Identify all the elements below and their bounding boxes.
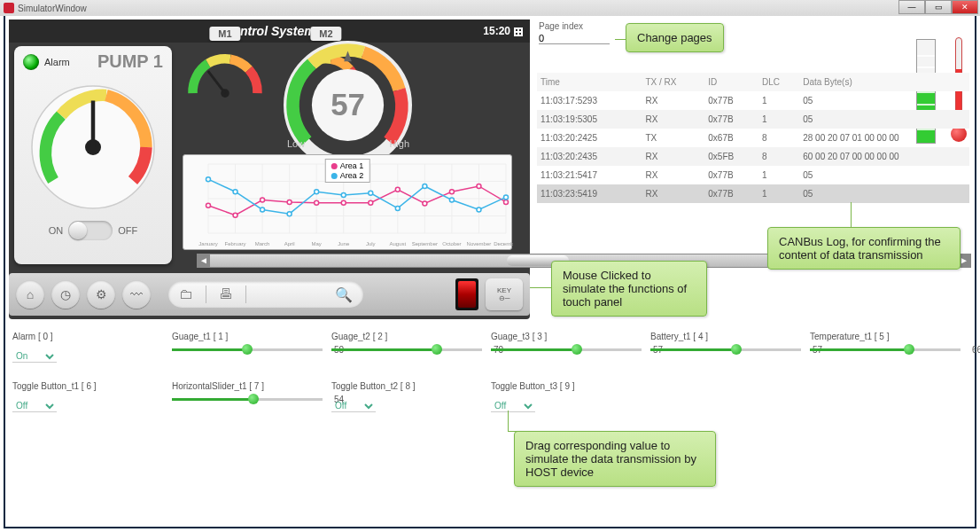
svg-point-32 bbox=[315, 200, 319, 205]
callout-change-pages: Change pages bbox=[626, 23, 724, 52]
control-panel-header: - Control System - 15:20 bbox=[9, 20, 530, 43]
svg-point-48 bbox=[423, 184, 427, 188]
control-label: Toggle Button_t2 [ 8 ] bbox=[331, 381, 482, 391]
control-slider[interactable]: 57 bbox=[491, 348, 642, 351]
table-row[interactable]: 11:03:20:2435RX0x5FB860 00 20 07 00 00 0… bbox=[537, 147, 969, 166]
control-label: Guage_t1 [ 1 ] bbox=[172, 332, 323, 341]
window-close-button[interactable]: ✕ bbox=[952, 0, 978, 14]
control-toggle: Toggle Button_t2 [ 8 ]Off bbox=[331, 381, 482, 412]
toolbar-pill: 🗀 🖶 🔍 bbox=[168, 281, 363, 308]
svg-point-46 bbox=[369, 191, 373, 195]
pump-toggle[interactable] bbox=[68, 221, 113, 240]
line-chart: JanuaryFebruaryMarchAprilMayJuneJulyAugu… bbox=[183, 154, 512, 250]
low-label: Low bbox=[287, 138, 305, 149]
svg-point-36 bbox=[423, 201, 427, 206]
control-slider[interactable]: 57 bbox=[650, 348, 801, 351]
table-row[interactable]: 11:03:17:5293RX0x77B105 bbox=[537, 91, 969, 110]
svg-point-44 bbox=[315, 190, 319, 194]
svg-text:December: December bbox=[494, 241, 513, 246]
svg-point-40 bbox=[206, 177, 211, 182]
control-horizontalslider_t1: HorizontalSlider_t1 [ 7 ]54 bbox=[172, 381, 323, 401]
svg-point-41 bbox=[233, 190, 237, 194]
home-button[interactable]: ⌂ bbox=[16, 280, 44, 309]
control-guage_t1: Guage_t1 [ 1 ]50 bbox=[172, 332, 323, 351]
control-label: Guage_t2 [ 2 ] bbox=[331, 332, 482, 341]
key-button[interactable]: KEY ⊖─ bbox=[486, 278, 523, 310]
table-header: TX / RX bbox=[642, 73, 704, 91]
control-select[interactable]: On bbox=[12, 350, 57, 363]
power-switch[interactable] bbox=[455, 278, 478, 310]
m1-label: M1 bbox=[209, 27, 240, 41]
pump-gauge bbox=[27, 81, 159, 214]
table-row[interactable]: 11:03:19:5305RX0x77B105 bbox=[537, 110, 969, 129]
pump-title: PUMP 1 bbox=[97, 51, 163, 72]
alarm-led-icon bbox=[23, 54, 39, 70]
svg-point-47 bbox=[395, 206, 400, 210]
clock: 15:20 bbox=[483, 20, 523, 43]
callout-canbus: CANBus Log, for confirming the content o… bbox=[767, 227, 961, 270]
control-toggle: Toggle Button_t3 [ 9 ]Off bbox=[491, 381, 642, 412]
folder-icon[interactable]: 🗀 bbox=[179, 286, 193, 302]
svg-point-37 bbox=[449, 190, 454, 194]
svg-point-42 bbox=[261, 207, 265, 212]
svg-point-49 bbox=[449, 198, 454, 202]
table-row[interactable]: 11:03:21:5417RX0x77B105 bbox=[537, 166, 969, 184]
table-row[interactable]: 11:03:23:5419RX0x77B105 bbox=[537, 184, 969, 203]
svg-point-38 bbox=[477, 184, 481, 188]
pump-card: Alarm PUMP 1 ON OFF bbox=[14, 46, 172, 264]
page-index: Page index bbox=[539, 21, 610, 44]
svg-text:June: June bbox=[338, 241, 350, 246]
app-icon bbox=[4, 3, 14, 13]
control-label: HorizontalSlider_t1 [ 7 ] bbox=[172, 381, 323, 391]
control-slider[interactable]: 54 bbox=[172, 398, 323, 401]
print-icon[interactable]: 🖶 bbox=[219, 286, 233, 302]
control-select[interactable]: Off bbox=[12, 400, 57, 412]
svg-text:February: February bbox=[225, 241, 246, 246]
control-label: Toggle Button_t1 [ 6 ] bbox=[12, 381, 163, 391]
m2-label: M2 bbox=[310, 27, 341, 41]
svg-text:57: 57 bbox=[331, 87, 365, 121]
control-guage_t3: Guage_t3 [ 3 ]57 bbox=[491, 332, 642, 351]
scroll-left-icon[interactable]: ◄ bbox=[198, 254, 210, 267]
page-index-label: Page index bbox=[539, 21, 610, 31]
gauge-button[interactable]: ◷ bbox=[51, 280, 80, 309]
window-title: SimulatorWindow bbox=[18, 4, 87, 13]
table-row[interactable]: 11:03:20:2425TX0x67B828 00 20 07 01 00 0… bbox=[537, 129, 969, 147]
svg-text:January: January bbox=[198, 241, 217, 246]
control-battery_t1: Battery_t1 [ 4 ]57 bbox=[650, 332, 801, 351]
svg-text:May: May bbox=[312, 241, 322, 246]
on-label: ON bbox=[49, 225, 64, 236]
svg-text:April: April bbox=[284, 241, 295, 246]
window-maximize-button[interactable]: ▭ bbox=[925, 0, 952, 14]
table-header: Data Byte(s) bbox=[799, 73, 969, 91]
svg-point-39 bbox=[504, 200, 509, 204]
callout-drag: Drag corresponding value to simulate the… bbox=[514, 431, 716, 487]
alarm-label: Alarm bbox=[44, 57, 70, 67]
page-index-input[interactable] bbox=[539, 33, 610, 44]
control-label: Toggle Button_t3 [ 9 ] bbox=[491, 381, 642, 391]
control-select[interactable]: Off bbox=[331, 400, 376, 412]
control-toggle: Toggle Button_t1 [ 6 ]Off bbox=[12, 381, 163, 412]
svg-text:March: March bbox=[255, 241, 270, 246]
svg-point-33 bbox=[341, 200, 346, 205]
control-temperature_t1: Temperature_t1 [ 5 ]66 bbox=[810, 332, 961, 351]
off-label: OFF bbox=[118, 225, 137, 236]
bottom-toolbar: ⌂ ◷ ⚙ 〰 🗀 🖶 🔍 KEY ⊖─ bbox=[9, 273, 530, 316]
svg-point-34 bbox=[369, 200, 373, 205]
settings-button[interactable]: ⚙ bbox=[87, 280, 115, 309]
control-slider[interactable]: 50 bbox=[172, 348, 323, 351]
window-minimize-button[interactable]: — bbox=[898, 0, 925, 14]
table-header: Time bbox=[537, 73, 642, 91]
table-header: ID bbox=[704, 73, 758, 91]
high-label: High bbox=[389, 138, 409, 149]
svg-point-28 bbox=[206, 203, 211, 207]
svg-point-30 bbox=[261, 198, 265, 202]
svg-point-31 bbox=[287, 200, 292, 204]
control-slider[interactable]: 70 bbox=[331, 348, 482, 351]
control-slider[interactable]: 66 bbox=[810, 348, 961, 351]
svg-point-35 bbox=[395, 187, 400, 192]
control-label: Alarm [ 0 ] bbox=[12, 332, 163, 341]
chart-button[interactable]: 〰 bbox=[122, 280, 151, 309]
canbus-log-table: TimeTX / RXIDDLCData Byte(s) 11:03:17:52… bbox=[537, 73, 969, 203]
search-icon[interactable]: 🔍 bbox=[335, 286, 353, 303]
